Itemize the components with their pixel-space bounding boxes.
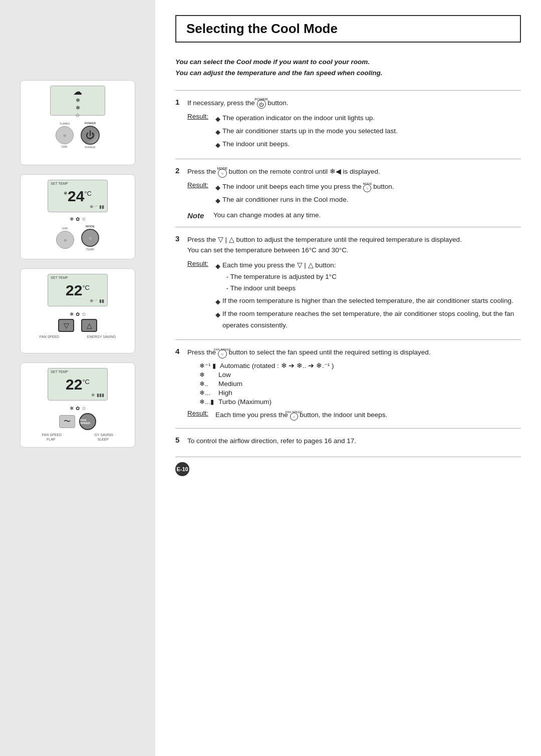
step-2-result-row: Result: ◆ The indoor unit beeps each tim… — [187, 181, 521, 207]
fan-medium-label: Medium — [218, 380, 242, 388]
flap-btn[interactable]: 〜 — [59, 415, 75, 428]
bottom-labels-4: FAN SPEED GY SAVING — [26, 433, 130, 437]
step-3-content: Press the ▽ | △ button to adjust the tem… — [187, 234, 521, 256]
step-2-content: Press the ○MODE button on the remote con… — [187, 166, 521, 177]
step-4-row: 4 Press the ○FAN SPEED button to select … — [175, 347, 521, 358]
note-label: Note — [187, 211, 207, 220]
step-5-content: To control the airflow direction, refer … — [187, 436, 521, 447]
step-2-result-label: Result: — [187, 181, 211, 207]
fan-low-icon: ❄ — [199, 371, 214, 379]
fan-auto-icon: ❄⁻¹ ▮ — [199, 362, 216, 369]
note-content: You can change modes at any time. — [213, 211, 321, 219]
fan-auto-row: ❄⁻¹ ▮ Automatic (rotated : ❄ ➔ ❄.. ➔ ❄.⁻… — [199, 361, 521, 369]
right-panel: Selecting the Cool Mode You can select t… — [155, 0, 541, 756]
page-number-badge: E-10 — [175, 462, 189, 476]
intro-line1: You can select the Cool mode if you want… — [175, 58, 370, 66]
step-4-number: 4 — [175, 347, 183, 358]
step-2-number: 2 — [175, 166, 183, 177]
intro-line2: You can adjust the temperature and the f… — [175, 69, 383, 77]
step-4-section: 4 Press the ○FAN SPEED button to select … — [175, 339, 521, 422]
set-temp-label-2: SET TEMP — [51, 182, 68, 185]
remote-display-2: SET TEMP ❄ 24 °C ❄⋅⁻ ▮▮ — [48, 180, 108, 212]
fan-speed-label-4: FAN SPEED — [42, 433, 62, 437]
step-3-result-row: Result: ◆ Each time you press the ▽ | △ … — [187, 260, 521, 332]
page-number-text: E-10 — [176, 466, 188, 472]
step-4-result-row: Result: Each time you press the ○FAN SPE… — [187, 410, 521, 421]
set-temp-label-4: SET TEMP — [51, 370, 68, 373]
step-4-content: Press the ○FAN SPEED button to select th… — [187, 347, 521, 358]
step-1-section: 1 If necessary, press the ⏻POWER button.… — [175, 90, 521, 152]
fan-turbo-icon: ❄...▮ — [199, 398, 214, 406]
step-1-result-label: Result: — [187, 113, 211, 152]
step-1-bullet-1: ◆ The operation indicator on the indoor … — [215, 113, 398, 125]
step-3-result-label: Result: — [187, 260, 211, 332]
remote-card-4: SET TEMP 22 °C ❄ ▮▮▮ ❄ ✿ ☆ 〜 FAN SPEED F… — [20, 362, 135, 448]
fan-high-icon: ❄... — [199, 389, 214, 397]
page-title: Selecting the Cool Mode — [186, 21, 338, 36]
step-3-number: 3 — [175, 234, 183, 256]
step-3-bullet-2: ◆ If the room temperature is higher than… — [215, 295, 521, 307]
step-4-result-label: Result: — [187, 410, 211, 421]
step-3-bullet-1: ◆ Each time you press the ▽ | △ button: … — [215, 260, 521, 294]
page-footer: E-10 — [175, 457, 521, 476]
step-3-bullet-3: ◆ If the room temperature reaches the se… — [215, 308, 521, 331]
step-3-section: 3 Press the ▽ | △ button to adjust the t… — [175, 227, 521, 332]
step-1-result-row: Result: ◆ The operation indicator on the… — [187, 113, 521, 152]
remote-display-4: SET TEMP 22 °C ❄ ▮▮▮ — [48, 368, 108, 401]
mode-btn[interactable]: ○ — [81, 229, 99, 247]
remote-card-3: SET TEMP 22 °C ❄⋅⁻ ▮▮ ❄ ✿ ☆ ▽ △ FAN SPEE… — [20, 268, 135, 353]
step-3-result-content: ◆ Each time you press the ▽ | △ button: … — [215, 260, 521, 332]
remote-buttons-2: 1HR. ○ MODE ○ TEMP. — [26, 225, 130, 251]
step-1-row: 1 If necessary, press the ⏻POWER button. — [175, 98, 521, 109]
fan-turbo-label: Turbo (Maximum) — [218, 398, 272, 406]
gy-saving-label-4: GY SAVING — [94, 433, 113, 437]
remote-display-3: SET TEMP 22 °C ❄⋅⁻ ▮▮ — [48, 274, 108, 306]
fan-auto-label: Automatic (rotated : ❄ ➔ ❄.. ➔ ❄.⁻¹ ) — [220, 361, 334, 369]
fan-speed-label-3: FAN SPEED — [40, 335, 59, 338]
intro-text: You can select the Cool mode if you want… — [175, 57, 521, 78]
fan-low-row: ❄ Low — [199, 371, 521, 379]
remote-display-1: ☁ ❄ ❄ ☆ — [50, 86, 105, 116]
temp-arrow-btns: ▽ △ — [58, 319, 97, 332]
step-2-note: Note You can change modes at any time. — [187, 211, 521, 220]
fan-low-label: Low — [218, 371, 231, 379]
step-2-result-content: ◆ The indoor unit beeps each time you pr… — [215, 181, 394, 207]
step-5-row: 5 To control the airflow direction, refe… — [175, 436, 521, 447]
step-1-bullet-3: ◆ The indoor unit beeps. — [215, 139, 398, 151]
step-2-bullet-1: ◆ The indoor unit beeps each time you pr… — [215, 181, 394, 193]
remote-card-2: SET TEMP ❄ 24 °C ❄⋅⁻ ▮▮ ❄ ✿ ☆ 1HR. ○ — [20, 174, 135, 259]
step-2-section: 2 Press the ○MODE button on the remote c… — [175, 159, 521, 220]
fan-high-row: ❄... High — [199, 389, 521, 397]
step-2-bullet-2: ◆ The air conditioner runs in the Cool m… — [215, 194, 394, 206]
fan-high-label: High — [218, 389, 232, 397]
step-2-row: 2 Press the ○MODE button on the remote c… — [175, 166, 521, 177]
fan-speed-options: ❄⁻¹ ▮ Automatic (rotated : ❄ ➔ ❄.. ➔ ❄.⁻… — [199, 361, 521, 406]
set-temp-label-3: SET TEMP — [51, 276, 68, 279]
step-1-content: If necessary, press the ⏻POWER button. — [187, 98, 521, 109]
timer-btn-2[interactable]: ○ — [56, 231, 74, 249]
step-3-row: 3 Press the ▽ | △ button to adjust the t… — [175, 234, 521, 256]
left-panel: ☁ ❄ ❄ ☆ TURBO ○ 1HR. POWER ⏻ RANGE — [0, 0, 155, 756]
flap-label-4: FLAP — [47, 438, 56, 441]
step-4-result-content: Each time you press the ○FAN SPEED butto… — [215, 410, 387, 421]
temp-up-btn[interactable]: △ — [81, 319, 97, 332]
power-btn[interactable]: ⏻ — [81, 126, 100, 145]
fan-medium-row: ❄.. Medium — [199, 380, 521, 388]
fan-speed-btn[interactable]: FAN SPEED — [79, 413, 96, 430]
fan-medium-icon: ❄.. — [199, 380, 214, 388]
remote-buttons-1: TURBO ○ 1HR. POWER ⏻ RANGE — [26, 122, 130, 149]
step-1-result-content: ◆ The operation indicator on the indoor … — [215, 113, 398, 152]
step-5-section: 5 To control the airflow direction, refe… — [175, 428, 521, 447]
bottom-labels-3: FAN SPEED ENERGY SAVING — [26, 335, 130, 338]
energy-saving-label-3: ENERGY SAVING — [87, 335, 116, 338]
temp-down-btn[interactable]: ▽ — [58, 319, 74, 332]
step-5-number: 5 — [175, 436, 183, 447]
title-box: Selecting the Cool Mode — [175, 15, 521, 43]
remote-card-1: ☁ ❄ ❄ ☆ TURBO ○ 1HR. POWER ⏻ RANGE — [20, 80, 135, 165]
sleep-label-4: SLEEP — [97, 438, 109, 441]
step-1-number: 1 — [175, 98, 183, 109]
turbo-btn[interactable]: ○ — [56, 126, 74, 144]
fan-turbo-row: ❄...▮ Turbo (Maximum) — [199, 398, 521, 406]
step-1-bullet-2: ◆ The air conditioner starts up in the m… — [215, 126, 398, 138]
